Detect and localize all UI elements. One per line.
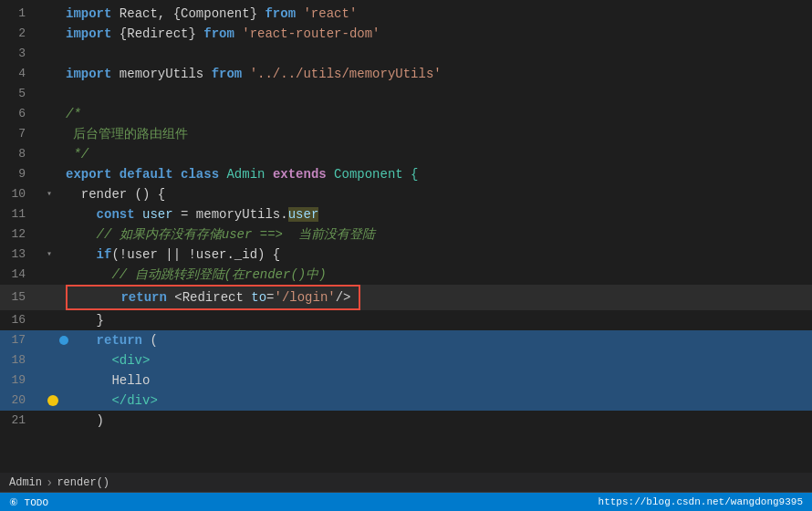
code-line-20: 20 </div> bbox=[0, 391, 812, 411]
line-number-9: 9 bbox=[0, 164, 36, 184]
line-content-21: ) bbox=[62, 411, 812, 431]
code-line-18: 18 <div> bbox=[0, 350, 812, 370]
code-line-19: 19 Hello bbox=[0, 370, 812, 391]
line-number-1: 1 bbox=[0, 4, 36, 24]
breadcrumb-render: render() bbox=[57, 476, 109, 489]
line-content-17: return ( bbox=[62, 330, 812, 350]
line-number-20: 20 bbox=[0, 391, 36, 411]
code-line-2: 2import {Redirect} from 'react-router-do… bbox=[0, 24, 812, 44]
line-number-21: 21 bbox=[0, 411, 36, 431]
code-line-1: 1import React, {Component} from 'react' bbox=[0, 4, 812, 24]
code-line-16: 16 } bbox=[0, 310, 812, 330]
code-line-15: 15 return <Redirect to='/login'/> bbox=[0, 285, 812, 310]
code-line-9: 9export default class Admin extends Comp… bbox=[0, 164, 812, 184]
line-content-4: import memoryUtils from '../../utils/mem… bbox=[62, 64, 812, 84]
line-number-3: 3 bbox=[0, 44, 36, 64]
status-todo: ⑥ TODO bbox=[9, 496, 48, 508]
line-content-15: return <Redirect to='/login'/> bbox=[62, 285, 812, 310]
line-number-7: 7 bbox=[0, 124, 36, 144]
line-number-11: 11 bbox=[0, 204, 36, 224]
line-number-15: 15 bbox=[0, 287, 36, 308]
redirect-boxed: return <Redirect to='/login'/> bbox=[66, 285, 360, 310]
line-content-14: // 自动跳转到登陆(在render()中) bbox=[62, 265, 812, 285]
line-gutter-10: ▾ bbox=[36, 184, 62, 204]
line-number-8: 8 bbox=[0, 144, 36, 164]
line-number-16: 16 bbox=[0, 310, 36, 330]
fold-arrow[interactable]: ▾ bbox=[47, 245, 52, 265]
code-line-17: 17 return ( bbox=[0, 330, 812, 350]
line-number-18: 18 bbox=[0, 350, 36, 370]
code-line-6: 6/* bbox=[0, 104, 812, 124]
code-line-3: 3 bbox=[0, 44, 812, 64]
fold-arrow[interactable]: ▾ bbox=[47, 184, 52, 204]
user-highlight-box: user bbox=[288, 207, 319, 222]
blue-dot-indicator bbox=[59, 336, 68, 345]
breadcrumb-admin: Admin bbox=[9, 476, 42, 489]
line-content-13: if(!user || !user._id) { bbox=[62, 245, 812, 265]
line-content-16: } bbox=[62, 310, 812, 330]
code-line-11: 11 const user = memoryUtils.user bbox=[0, 204, 812, 224]
breadcrumb-bar: Admin › render() bbox=[0, 473, 812, 493]
code-line-5: 5 bbox=[0, 84, 812, 104]
line-content-19: Hello bbox=[62, 370, 812, 391]
code-line-10: 10▾ render () { bbox=[0, 184, 812, 204]
line-number-2: 2 bbox=[0, 24, 36, 44]
line-content-6: /* bbox=[62, 104, 812, 124]
code-line-14: 14 // 自动跳转到登陆(在render()中) bbox=[0, 265, 812, 285]
line-number-13: 13 bbox=[0, 245, 36, 265]
line-content-2: import {Redirect} from 'react-router-dom… bbox=[62, 24, 812, 44]
status-url: https://blog.csdn.net/wangdong9395 bbox=[599, 496, 803, 507]
line-number-10: 10 bbox=[0, 184, 36, 204]
line-number-6: 6 bbox=[0, 104, 36, 124]
line-content-10: render () { bbox=[62, 184, 812, 204]
line-number-14: 14 bbox=[0, 265, 36, 285]
code-line-21: 21 ) bbox=[0, 411, 812, 431]
line-content-1: import React, {Component} from 'react' bbox=[62, 4, 812, 24]
line-content-11: const user = memoryUtils.user bbox=[62, 204, 812, 224]
line-number-19: 19 bbox=[0, 370, 36, 391]
code-line-4: 4import memoryUtils from '../../utils/me… bbox=[0, 64, 812, 84]
code-line-7: 7 后台管理的路由组件 bbox=[0, 124, 812, 144]
line-content-9: export default class Admin extends Compo… bbox=[62, 164, 812, 184]
line-content-8: */ bbox=[62, 144, 812, 164]
line-content-20: </div> bbox=[62, 391, 812, 411]
code-line-8: 8 */ bbox=[0, 144, 812, 164]
line-content-12: // 如果内存没有存储user ==> 当前没有登陆 bbox=[62, 224, 812, 245]
line-content-18: <div> bbox=[62, 350, 812, 370]
line-number-12: 12 bbox=[0, 224, 36, 245]
editor-container: 1import React, {Component} from 'react'2… bbox=[0, 0, 812, 511]
line-number-17: 17 bbox=[0, 330, 36, 350]
code-line-13: 13▾ if(!user || !user._id) { bbox=[0, 245, 812, 265]
yellow-dot-indicator bbox=[47, 395, 58, 406]
line-number-5: 5 bbox=[0, 84, 36, 104]
code-area: 1import React, {Component} from 'react'2… bbox=[0, 0, 812, 473]
bottom-status-bar: ⑥ TODO https://blog.csdn.net/wangdong939… bbox=[0, 493, 812, 511]
line-content-7: 后台管理的路由组件 bbox=[62, 124, 812, 144]
code-line-12: 12 // 如果内存没有存储user ==> 当前没有登陆 bbox=[0, 224, 812, 245]
line-number-4: 4 bbox=[0, 64, 36, 84]
line-gutter-13: ▾ bbox=[36, 245, 62, 265]
